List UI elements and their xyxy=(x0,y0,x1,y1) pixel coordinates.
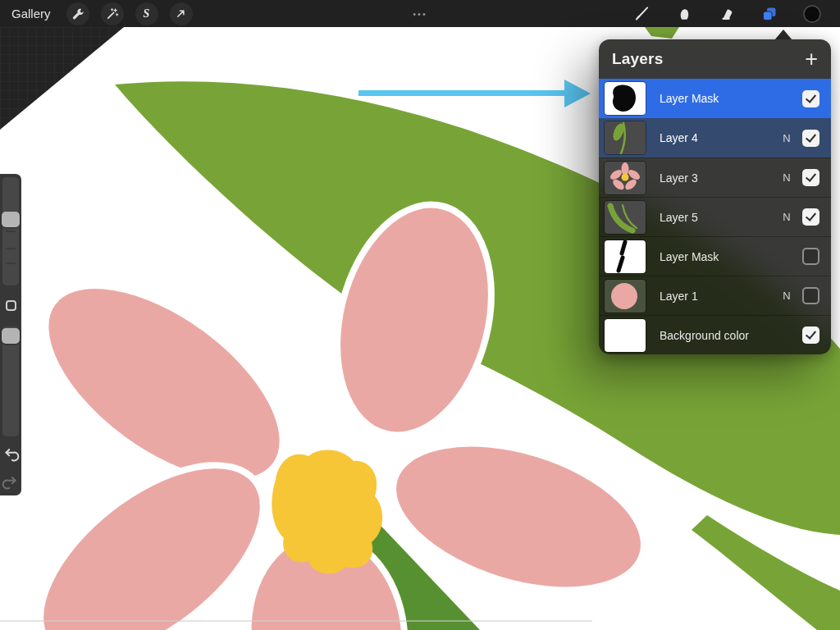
layer-visibility-checkbox[interactable] xyxy=(802,248,819,265)
layer-thumbnail-flower[interactable] xyxy=(605,162,646,194)
layer-row-layer-3[interactable]: Layer 3 N xyxy=(599,158,831,197)
redo-icon xyxy=(2,473,20,491)
layer-visibility-checkbox[interactable] xyxy=(802,287,819,304)
layer-name: Layer Mask xyxy=(660,92,779,105)
layer-thumbnail-pink-circle[interactable] xyxy=(605,280,646,313)
blend-mode-badge[interactable]: N xyxy=(779,132,794,144)
more-options-icon[interactable]: ••• xyxy=(413,0,427,27)
layers-icon xyxy=(761,6,778,22)
adjustments-button[interactable] xyxy=(101,2,124,25)
blend-mode-badge[interactable]: N xyxy=(779,211,794,223)
redo-button[interactable] xyxy=(1,472,21,492)
sidebar xyxy=(0,174,21,495)
smudge-button[interactable] xyxy=(670,0,698,27)
gallery-button[interactable]: Gallery xyxy=(0,0,61,27)
layer-visibility-checkbox[interactable] xyxy=(802,90,819,107)
layer-visibility-checkbox[interactable] xyxy=(802,208,819,226)
selection-s-icon: S xyxy=(144,7,150,21)
layer-thumbnail-mask-blob[interactable] xyxy=(605,82,646,115)
slider-tick xyxy=(6,248,16,249)
layer-visibility-checkbox[interactable] xyxy=(802,130,819,147)
modify-button[interactable] xyxy=(2,296,20,314)
layer-thumbnail-stem-curve[interactable] xyxy=(605,201,646,234)
canvas-edge-line xyxy=(0,620,592,622)
brush-button[interactable] xyxy=(628,0,655,27)
layers-title: Layers xyxy=(612,50,663,68)
brush-icon xyxy=(634,6,650,21)
flower-center xyxy=(272,450,382,573)
layer-name: Layer Mask xyxy=(660,250,779,263)
layer-row-layer-5[interactable]: Layer 5 N xyxy=(599,197,831,236)
layer-thumbnail-mask-strokes[interactable] xyxy=(605,240,646,273)
eraser-icon xyxy=(719,7,734,21)
layer-name: Layer 4 xyxy=(660,131,779,144)
actions-button[interactable] xyxy=(66,2,89,25)
magic-wand-icon xyxy=(106,7,119,21)
procreate-app: Gallery S ••• xyxy=(0,0,840,630)
layers-panel: Layers + Layer Mask xyxy=(599,39,831,354)
layer-thumbnail-background[interactable] xyxy=(605,319,646,352)
paint-tools xyxy=(620,0,833,27)
transform-button[interactable] xyxy=(170,2,193,25)
layer-visibility-checkbox[interactable] xyxy=(802,169,819,186)
layers-panel-header: Layers + xyxy=(599,39,831,79)
layer-name: Layer 3 xyxy=(660,171,779,185)
smudge-finger-icon xyxy=(677,6,692,21)
undo-icon xyxy=(2,445,20,463)
eraser-button[interactable] xyxy=(713,0,741,27)
undo-button[interactable] xyxy=(1,445,21,464)
top-toolbar: Gallery S ••• xyxy=(0,0,840,27)
layer-row-layer-1[interactable]: Layer 1 N xyxy=(599,276,831,315)
layer-row-layer-4[interactable]: Layer 4 N xyxy=(599,118,831,158)
layers-button[interactable] xyxy=(756,0,783,27)
layer-row-layer-mask-2[interactable]: Layer Mask xyxy=(599,236,831,276)
slider-tick xyxy=(6,262,16,264)
layer-row-layer-mask-selected[interactable]: Layer Mask xyxy=(599,79,831,118)
opacity-handle[interactable] xyxy=(2,328,20,344)
wrench-icon xyxy=(71,7,84,21)
blend-mode-badge[interactable]: N xyxy=(779,171,794,184)
modify-square-icon xyxy=(6,300,16,311)
slider-tick xyxy=(6,231,16,232)
active-color-swatch xyxy=(802,4,822,24)
layer-name: Layer 5 xyxy=(660,211,779,224)
add-layer-button[interactable]: + xyxy=(803,48,819,71)
layer-visibility-checkbox[interactable] xyxy=(802,326,819,344)
layer-name: Layer 1 xyxy=(660,290,779,303)
blend-mode-badge[interactable]: N xyxy=(779,290,794,302)
color-button[interactable] xyxy=(798,0,826,27)
layer-row-background-color[interactable]: Background color xyxy=(599,315,831,354)
selection-button[interactable]: S xyxy=(135,2,158,25)
layer-thumbnail-stem-leaf[interactable] xyxy=(605,121,646,154)
brush-size-handle[interactable] xyxy=(2,212,20,227)
transform-arrow-icon xyxy=(175,7,187,20)
layer-name: Background color xyxy=(660,329,779,342)
